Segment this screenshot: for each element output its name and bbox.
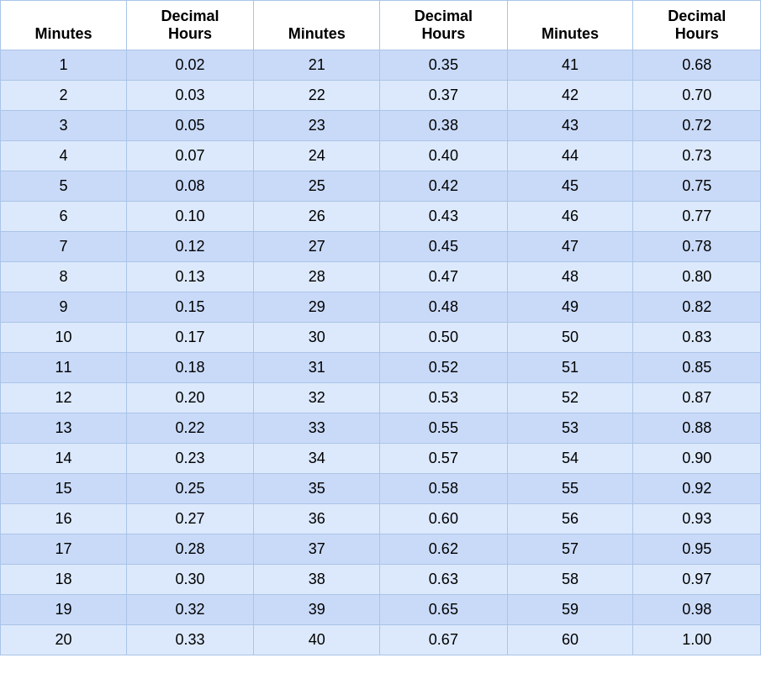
cell-decimal: 0.87 bbox=[633, 383, 761, 413]
cell-minutes: 28 bbox=[254, 262, 380, 292]
cell-minutes: 2 bbox=[1, 81, 127, 111]
cell-decimal: 0.18 bbox=[126, 353, 253, 383]
cell-decimal: 0.93 bbox=[633, 504, 761, 534]
cell-minutes: 18 bbox=[1, 565, 127, 595]
cell-decimal: 0.48 bbox=[380, 292, 507, 323]
cell-decimal: 0.60 bbox=[380, 504, 507, 534]
table-row: 170.28370.62570.95 bbox=[1, 534, 761, 565]
table-row: 160.27360.60560.93 bbox=[1, 504, 761, 534]
cell-decimal: 0.72 bbox=[633, 111, 761, 141]
cell-decimal: 0.57 bbox=[380, 444, 507, 474]
cell-decimal: 0.25 bbox=[126, 474, 253, 504]
table-row: 140.23340.57540.90 bbox=[1, 444, 761, 474]
cell-decimal: 0.32 bbox=[126, 595, 253, 625]
cell-decimal: 0.67 bbox=[380, 625, 507, 655]
header-decimal-1: DecimalHours bbox=[126, 1, 253, 50]
cell-decimal: 0.45 bbox=[380, 232, 507, 262]
cell-minutes: 30 bbox=[254, 323, 380, 353]
cell-decimal: 0.03 bbox=[126, 81, 253, 111]
cell-minutes: 24 bbox=[254, 141, 380, 171]
table-row: 100.17300.50500.83 bbox=[1, 323, 761, 353]
cell-minutes: 46 bbox=[507, 202, 633, 232]
header-minutes-2: Minutes bbox=[254, 1, 380, 50]
cell-minutes: 40 bbox=[254, 625, 380, 655]
cell-minutes: 4 bbox=[1, 141, 127, 171]
cell-decimal: 0.90 bbox=[633, 444, 761, 474]
table-row: 70.12270.45470.78 bbox=[1, 232, 761, 262]
cell-decimal: 0.22 bbox=[126, 413, 253, 444]
cell-decimal: 0.28 bbox=[126, 534, 253, 565]
cell-decimal: 0.02 bbox=[126, 50, 253, 81]
cell-minutes: 49 bbox=[507, 292, 633, 323]
cell-decimal: 0.63 bbox=[380, 565, 507, 595]
cell-decimal: 0.98 bbox=[633, 595, 761, 625]
cell-minutes: 14 bbox=[1, 444, 127, 474]
header-decimal-2: DecimalHours bbox=[380, 1, 507, 50]
table-row: 180.30380.63580.97 bbox=[1, 565, 761, 595]
cell-minutes: 41 bbox=[507, 50, 633, 81]
cell-decimal: 0.07 bbox=[126, 141, 253, 171]
cell-minutes: 58 bbox=[507, 565, 633, 595]
cell-minutes: 45 bbox=[507, 171, 633, 202]
cell-decimal: 0.43 bbox=[380, 202, 507, 232]
cell-minutes: 31 bbox=[254, 353, 380, 383]
cell-decimal: 1.00 bbox=[633, 625, 761, 655]
cell-minutes: 50 bbox=[507, 323, 633, 353]
cell-minutes: 51 bbox=[507, 353, 633, 383]
cell-decimal: 0.35 bbox=[380, 50, 507, 81]
table-row: 60.10260.43460.77 bbox=[1, 202, 761, 232]
table-row: 90.15290.48490.82 bbox=[1, 292, 761, 323]
table-row: 30.05230.38430.72 bbox=[1, 111, 761, 141]
cell-minutes: 25 bbox=[254, 171, 380, 202]
cell-decimal: 0.92 bbox=[633, 474, 761, 504]
table-row: 20.03220.37420.70 bbox=[1, 81, 761, 111]
cell-decimal: 0.73 bbox=[633, 141, 761, 171]
cell-minutes: 7 bbox=[1, 232, 127, 262]
cell-decimal: 0.95 bbox=[633, 534, 761, 565]
cell-decimal: 0.30 bbox=[126, 565, 253, 595]
cell-decimal: 0.75 bbox=[633, 171, 761, 202]
cell-minutes: 37 bbox=[254, 534, 380, 565]
cell-decimal: 0.38 bbox=[380, 111, 507, 141]
cell-minutes: 55 bbox=[507, 474, 633, 504]
table-row: 50.08250.42450.75 bbox=[1, 171, 761, 202]
cell-minutes: 48 bbox=[507, 262, 633, 292]
cell-decimal: 0.65 bbox=[380, 595, 507, 625]
cell-decimal: 0.27 bbox=[126, 504, 253, 534]
cell-minutes: 16 bbox=[1, 504, 127, 534]
cell-decimal: 0.33 bbox=[126, 625, 253, 655]
cell-minutes: 52 bbox=[507, 383, 633, 413]
table-row: 200.33400.67601.00 bbox=[1, 625, 761, 655]
cell-decimal: 0.52 bbox=[380, 353, 507, 383]
cell-minutes: 29 bbox=[254, 292, 380, 323]
cell-minutes: 39 bbox=[254, 595, 380, 625]
cell-decimal: 0.17 bbox=[126, 323, 253, 353]
table-row: 80.13280.47480.80 bbox=[1, 262, 761, 292]
cell-decimal: 0.83 bbox=[633, 323, 761, 353]
cell-decimal: 0.82 bbox=[633, 292, 761, 323]
cell-minutes: 35 bbox=[254, 474, 380, 504]
cell-minutes: 3 bbox=[1, 111, 127, 141]
cell-minutes: 57 bbox=[507, 534, 633, 565]
cell-decimal: 0.58 bbox=[380, 474, 507, 504]
cell-minutes: 33 bbox=[254, 413, 380, 444]
cell-decimal: 0.23 bbox=[126, 444, 253, 474]
cell-minutes: 34 bbox=[254, 444, 380, 474]
cell-decimal: 0.20 bbox=[126, 383, 253, 413]
cell-minutes: 47 bbox=[507, 232, 633, 262]
conversion-table: Minutes DecimalHours Minutes DecimalHour… bbox=[0, 0, 761, 655]
cell-decimal: 0.78 bbox=[633, 232, 761, 262]
cell-minutes: 43 bbox=[507, 111, 633, 141]
cell-decimal: 0.62 bbox=[380, 534, 507, 565]
table-row: 130.22330.55530.88 bbox=[1, 413, 761, 444]
cell-minutes: 60 bbox=[507, 625, 633, 655]
cell-minutes: 6 bbox=[1, 202, 127, 232]
cell-minutes: 27 bbox=[254, 232, 380, 262]
cell-minutes: 10 bbox=[1, 323, 127, 353]
cell-minutes: 32 bbox=[254, 383, 380, 413]
cell-minutes: 42 bbox=[507, 81, 633, 111]
cell-decimal: 0.85 bbox=[633, 353, 761, 383]
cell-minutes: 44 bbox=[507, 141, 633, 171]
cell-minutes: 36 bbox=[254, 504, 380, 534]
cell-minutes: 53 bbox=[507, 413, 633, 444]
